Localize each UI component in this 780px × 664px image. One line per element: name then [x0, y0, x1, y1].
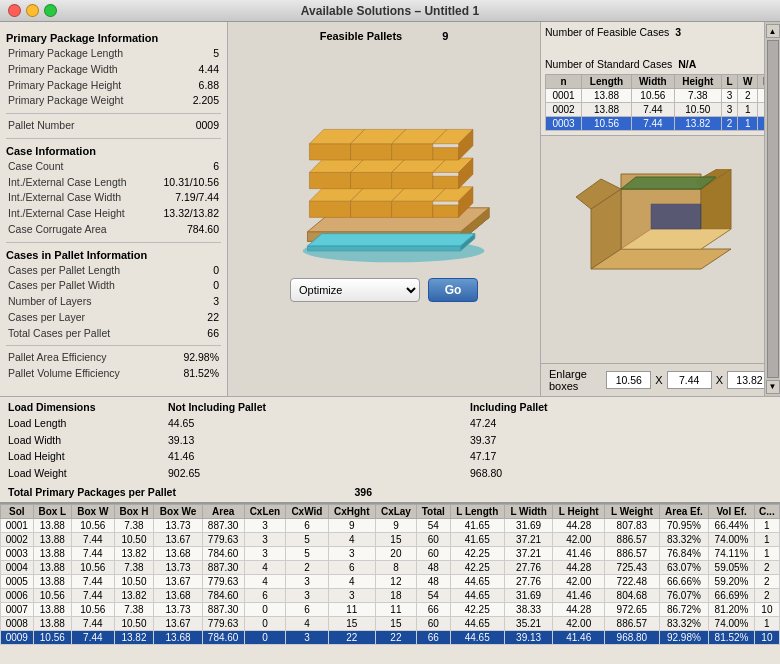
pallet-vol-eff-value: 81.52%: [183, 366, 219, 382]
case-width-row: Int./External Case Width 7.19/7.44: [6, 190, 221, 206]
feasible-count: 9: [442, 30, 448, 42]
num-layers-row: Number of Layers 3: [6, 294, 221, 310]
svg-marker-24: [392, 144, 433, 160]
center-panel: Feasible Pallets 9: [228, 22, 540, 396]
scroll-thumb[interactable]: [767, 40, 779, 378]
cases-pallet-length-row: Cases per Pallet Length 0: [6, 263, 221, 279]
corrugate-area-value: 784.60: [187, 222, 219, 238]
pkg-weight-value: 2.205: [193, 93, 219, 109]
num-layers-value: 3: [213, 294, 219, 310]
bottom-table-row[interactable]: 000910.567.4413.8213.68784.600322226644.…: [1, 631, 780, 645]
total-packages-value: 396: [354, 486, 372, 498]
left-panel: Primary Package Information Primary Pack…: [0, 22, 228, 396]
bottom-table-row[interactable]: 000813.887.4410.5013.67779.630415156044.…: [1, 617, 780, 631]
feasible-cases-row: Number of Feasible Cases 3: [545, 26, 681, 38]
feasible-label: Feasible Pallets: [320, 30, 403, 42]
window-title: Available Solutions – Untitled 1: [301, 4, 479, 18]
table-row[interactable]: 000113.8810.567.38321: [546, 89, 776, 103]
main-content: Primary Package Information Primary Pack…: [0, 22, 780, 664]
cases-per-layer-value: 22: [207, 310, 219, 326]
pkg-weight-row: Primary Package Weight 2.205: [6, 93, 221, 109]
load-height-incl: 47.17: [470, 448, 772, 465]
table-row[interactable]: 000310.567.4413.82213: [546, 117, 776, 131]
bottom-table-row[interactable]: 000413.8810.567.3813.73887.3042684842.25…: [1, 561, 780, 575]
case-height-value: 13.32/13.82: [164, 206, 219, 222]
pallet-vol-eff-label: Pallet Volume Efficiency: [8, 366, 120, 382]
load-length-label: Load Length: [8, 415, 168, 432]
bottom-table-row[interactable]: 000713.8810.567.3813.73887.300611116642.…: [1, 603, 780, 617]
bottom-table-row[interactable]: 000213.887.4410.5013.67779.63354156041.6…: [1, 533, 780, 547]
go-button[interactable]: Go: [428, 278, 478, 302]
pkg-width-value: 4.44: [199, 62, 219, 78]
standard-cases-value: N/A: [678, 58, 696, 70]
load-weight-row: Load Weight 902.65 968.80: [8, 465, 772, 482]
feasible-bar: Feasible Pallets 9: [232, 26, 536, 46]
total-packages-label: Total Primary Packages per Pallet: [8, 486, 176, 498]
svg-marker-46: [621, 177, 716, 189]
svg-marker-15: [392, 172, 433, 188]
cases-per-layer-label: Cases per Layer: [8, 310, 85, 326]
load-weight-not-incl: 902.65: [168, 465, 470, 482]
svg-marker-6: [392, 201, 433, 217]
open-box-svg: [571, 169, 751, 329]
load-weight-incl: 968.80: [470, 465, 772, 482]
case-length-row: Int./External Case Length 10.31/10.56: [6, 175, 221, 191]
svg-marker-36: [307, 246, 460, 251]
pkg-length-label: Primary Package Length: [8, 46, 123, 62]
scroll-down-button[interactable]: ▼: [766, 380, 780, 394]
case-length-value: 10.31/10.56: [164, 175, 219, 191]
case-info-title: Case Information: [6, 145, 221, 157]
bottom-table-row[interactable]: 000313.887.4413.8213.68784.60353206042.2…: [1, 547, 780, 561]
minimize-button[interactable]: [26, 4, 39, 17]
enlarge-y-separator: X: [716, 374, 723, 386]
cases-pallet-title: Cases in Pallet Information: [6, 249, 221, 261]
pallet-area-eff-row: Pallet Area Efficiency 92.98%: [6, 350, 221, 366]
svg-marker-5: [351, 201, 392, 217]
total-cases-pallet-value: 66: [207, 326, 219, 342]
scroll-up-button[interactable]: ▲: [766, 24, 780, 38]
top-section: Primary Package Information Primary Pack…: [0, 22, 780, 396]
cases-pallet-length-value: 0: [213, 263, 219, 279]
case-count-label: Case Count: [8, 159, 63, 175]
bottom-table-row[interactable]: 000610.567.4413.8213.68784.60633185444.6…: [1, 589, 780, 603]
feasible-cases-value: 3: [675, 26, 681, 38]
col-length: Length: [582, 75, 632, 89]
case-length-label: Int./External Case Length: [8, 175, 127, 191]
bottom-table-row[interactable]: 000513.887.4410.5013.67779.63434124844.6…: [1, 575, 780, 589]
maximize-button[interactable]: [44, 4, 57, 17]
bottom-col-boxw: Box W: [72, 505, 114, 519]
load-width-not-incl: 39.13: [168, 432, 470, 449]
load-height-not-incl: 41.46: [168, 448, 470, 465]
load-length-incl: 47.24: [470, 415, 772, 432]
pkg-width-row: Primary Package Width 4.44: [6, 62, 221, 78]
bottom-col-llength: L Length: [450, 505, 504, 519]
svg-marker-4: [309, 201, 350, 217]
enlarge-y-input[interactable]: [667, 371, 712, 389]
bottom-col-areaef: Area Ef.: [659, 505, 709, 519]
feasible-cases-label: Number of Feasible Cases: [545, 26, 669, 38]
col-l: L: [721, 75, 737, 89]
svg-marker-13: [309, 172, 350, 188]
bottom-table-row[interactable]: 000113.8810.567.3813.73887.3036995441.65…: [1, 519, 780, 533]
box-visualization: [541, 136, 780, 363]
load-weight-label: Load Weight: [8, 465, 168, 482]
svg-marker-23: [351, 144, 392, 160]
close-button[interactable]: [8, 4, 21, 17]
table-row[interactable]: 000213.887.4410.50312: [546, 103, 776, 117]
optimize-select[interactable]: Optimize: [290, 278, 420, 302]
bottom-col-cxwid: CxWid: [286, 505, 328, 519]
num-layers-label: Number of Layers: [8, 294, 91, 310]
standard-cases-row: Number of Standard Cases N/A: [545, 58, 696, 70]
enlarge-x-input[interactable]: [606, 371, 651, 389]
bottom-col-area: Area: [202, 505, 244, 519]
corrugate-area-label: Case Corrugate Area: [8, 222, 107, 238]
bottom-col-c: C...: [754, 505, 779, 519]
col-height: Height: [674, 75, 721, 89]
bottom-col-total: Total: [416, 505, 450, 519]
total-cases-pallet-row: Total Cases per Pallet 66: [6, 326, 221, 342]
pallet-area-eff-value: 92.98%: [183, 350, 219, 366]
window-controls[interactable]: [8, 4, 57, 17]
bottom-col-cxlen: CxLen: [244, 505, 286, 519]
scroll-bar[interactable]: ▲ ▼: [764, 22, 780, 396]
right-panel: Number of Feasible Cases 3 Number of Sta…: [540, 22, 780, 396]
